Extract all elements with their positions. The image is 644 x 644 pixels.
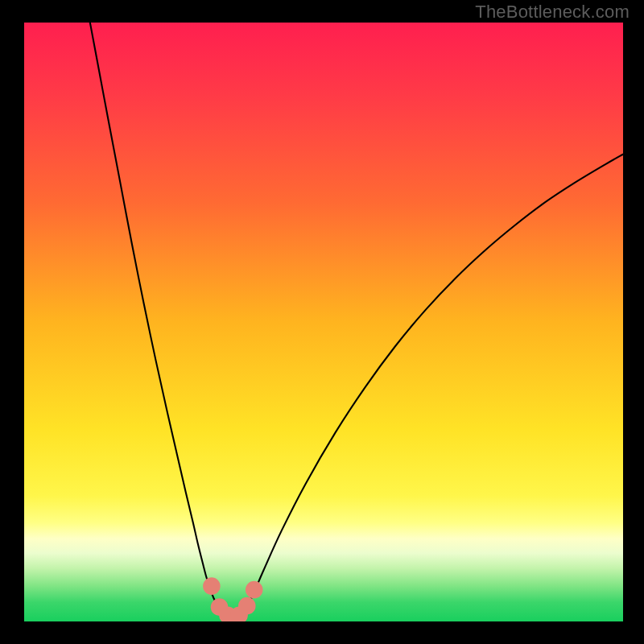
marker-left-upper [203, 577, 221, 595]
marker-right-upper [246, 581, 263, 599]
outer-frame: TheBottleneck.com [0, 0, 644, 644]
plot-svg [24, 23, 623, 621]
watermark-text: TheBottleneck.com [475, 2, 630, 23]
gradient-background [24, 23, 623, 621]
plot-area [24, 23, 623, 621]
marker-right-lower [238, 597, 256, 615]
